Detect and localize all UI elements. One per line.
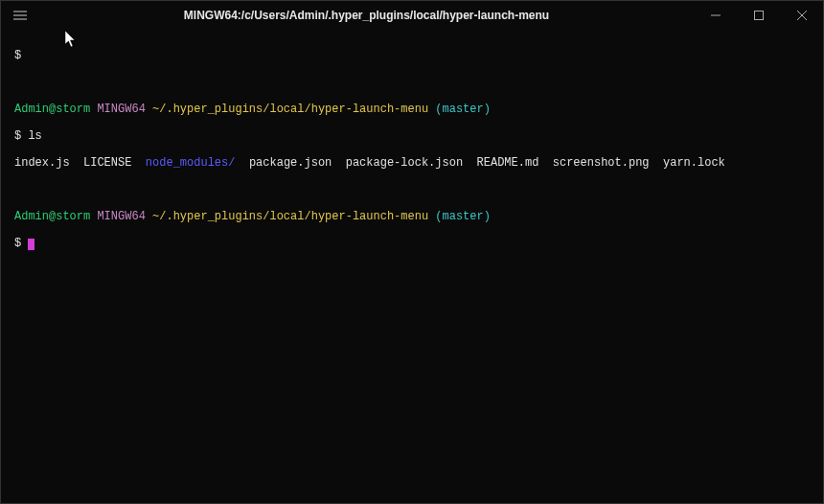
ls-item: LICENSE: [83, 156, 131, 170]
prompt-user: Admin@storm: [14, 210, 90, 223]
minimize-icon: [711, 11, 721, 20]
prompt-path: ~/.hyper_plugins/local/hyper-launch-menu: [152, 103, 428, 116]
ls-item: yarn.lock: [663, 156, 725, 170]
terminal-line: [14, 76, 810, 89]
ls-item: package.json: [249, 156, 332, 170]
prompt-system: MINGW64: [97, 210, 145, 223]
terminal-line: Admin@storm MINGW64 ~/.hyper_plugins/loc…: [14, 103, 810, 116]
maximize-button[interactable]: [737, 1, 780, 30]
hamburger-menu-button[interactable]: [1, 1, 39, 30]
terminal-line: $: [14, 237, 810, 250]
titlebar: MINGW64:/c/Users/Admin/.hyper_plugins/lo…: [1, 1, 823, 30]
prompt-branch: (master): [435, 210, 491, 223]
svg-rect-4: [754, 11, 763, 20]
ls-item: index.js: [14, 156, 70, 170]
prompt-dollar: $: [14, 237, 28, 250]
prompt-user: Admin@storm: [14, 103, 90, 116]
prompt-branch: (master): [435, 103, 491, 116]
prompt-dollar: $: [14, 49, 21, 62]
ls-item: package-lock.json: [346, 156, 463, 170]
terminal-line: $ ls: [14, 129, 810, 143]
window-controls: [694, 1, 823, 30]
minimize-button[interactable]: [694, 1, 737, 30]
command-text: ls: [28, 129, 41, 143]
terminal-line: [14, 183, 810, 196]
terminal-line: Admin@storm MINGW64 ~/.hyper_plugins/loc…: [14, 210, 810, 223]
terminal-output[interactable]: $ Admin@storm MINGW64 ~/.hyper_plugins/l…: [1, 30, 823, 269]
terminal-cursor: [28, 239, 34, 250]
terminal-line: index.js LICENSE node_modules/ package.j…: [14, 156, 810, 170]
ls-item: screenshot.png: [553, 156, 650, 170]
prompt-dollar: $: [14, 129, 28, 143]
ls-item-dir: node_modules/: [146, 156, 236, 170]
ls-item: README.md: [477, 156, 539, 170]
window-title: MINGW64:/c/Users/Admin/.hyper_plugins/lo…: [39, 9, 694, 22]
close-icon: [797, 11, 807, 20]
prompt-system: MINGW64: [97, 103, 145, 116]
hamburger-icon: [13, 11, 27, 20]
maximize-icon: [754, 11, 764, 20]
terminal-line: $: [14, 49, 810, 62]
close-button[interactable]: [780, 1, 823, 30]
prompt-path: ~/.hyper_plugins/local/hyper-launch-menu: [152, 210, 428, 223]
